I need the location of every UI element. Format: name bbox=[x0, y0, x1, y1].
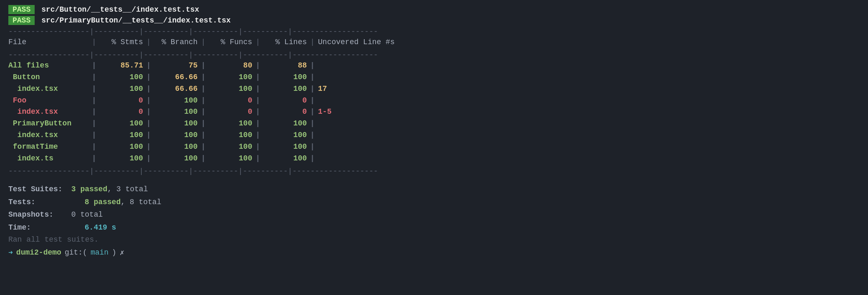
cell-uncovered bbox=[315, 130, 318, 141]
summary-section: Test Suites: 3 passed, 3 total Tests: 8 … bbox=[8, 183, 860, 244]
cell-stmts: 100 bbox=[96, 141, 146, 153]
cell-file: index.tsx bbox=[8, 130, 92, 141]
suites-passed: 3 passed bbox=[71, 185, 107, 193]
cell-branch: 66.66 bbox=[151, 72, 201, 83]
pass-line-1: PASS src/Button/__tests__/index.test.tsx bbox=[8, 5, 860, 14]
cell-stmts: 0 bbox=[96, 95, 146, 107]
cell-branch: 75 bbox=[151, 60, 201, 72]
sep4: | bbox=[255, 106, 260, 118]
sep1: | bbox=[92, 60, 96, 72]
sep1: | bbox=[92, 72, 96, 83]
pass-badge-1: PASS bbox=[8, 5, 35, 14]
header-funcs: % Funcs bbox=[205, 37, 255, 48]
cell-funcs: 100 bbox=[205, 83, 255, 95]
coverage-table: ------------------|----------|----------… bbox=[8, 28, 860, 175]
cell-file: Foo bbox=[8, 95, 92, 107]
sep4: | bbox=[255, 83, 260, 95]
cell-uncovered bbox=[315, 118, 318, 130]
table-row: index.ts | 100 | 100 | 100 | 100 | bbox=[8, 153, 860, 165]
sep5: | bbox=[310, 153, 315, 165]
cell-funcs: 100 bbox=[205, 130, 255, 141]
pass-line-2: PASS src/PrimaryButton/__tests__/index.t… bbox=[8, 16, 860, 25]
summary-tests: Tests: 8 passed, 8 total bbox=[8, 196, 860, 209]
table-row: PrimaryButton | 100 | 100 | 100 | 100 | bbox=[8, 118, 860, 130]
cell-lines: 0 bbox=[260, 106, 310, 118]
sep3: | bbox=[201, 72, 206, 83]
sep1: | bbox=[92, 130, 96, 141]
table-row: index.tsx | 0 | 100 | 0 | 0 | 1-5 bbox=[8, 106, 860, 118]
divider-header: ------------------|----------|----------… bbox=[8, 51, 860, 59]
sep2: | bbox=[146, 72, 151, 83]
cell-file: index.tsx bbox=[8, 106, 92, 118]
cell-file: formatTime bbox=[8, 141, 92, 153]
sep3: | bbox=[201, 153, 206, 165]
summary-time: Time: 6.419 s bbox=[8, 221, 860, 234]
cell-stmts: 100 bbox=[96, 153, 146, 165]
prompt-git-suffix: ) bbox=[112, 248, 116, 257]
prompt-arrow: ➜ bbox=[8, 248, 13, 257]
sep3: | bbox=[201, 83, 206, 95]
cell-uncovered bbox=[315, 60, 318, 72]
tests-total: , 8 total bbox=[121, 198, 161, 206]
sep4: | bbox=[255, 72, 260, 83]
prompt-branch: main bbox=[91, 248, 108, 257]
sep2: | bbox=[146, 153, 151, 165]
header-sep3: | bbox=[201, 37, 206, 48]
time-value: 6.419 s bbox=[85, 223, 116, 232]
summary-snapshots: Snapshots: 0 total bbox=[8, 208, 860, 221]
sep3: | bbox=[201, 95, 206, 107]
sep3: | bbox=[201, 60, 206, 72]
sep1: | bbox=[92, 153, 96, 165]
cell-branch: 100 bbox=[151, 153, 201, 165]
cell-uncovered bbox=[315, 153, 318, 165]
header-sep5: | bbox=[310, 37, 315, 48]
cell-file: index.ts bbox=[8, 153, 92, 165]
cell-funcs: 100 bbox=[205, 72, 255, 83]
time-label: Time: bbox=[8, 221, 67, 234]
sep3: | bbox=[201, 118, 206, 130]
cell-funcs: 0 bbox=[205, 106, 255, 118]
header-stmts: % Stmts bbox=[96, 37, 146, 48]
cell-file: index.tsx bbox=[8, 83, 92, 95]
sep2: | bbox=[146, 118, 151, 130]
prompt-git-prefix: git:( bbox=[65, 248, 87, 257]
snapshots-label: Snapshots: bbox=[8, 208, 67, 221]
sep2: | bbox=[146, 141, 151, 153]
cell-funcs: 100 bbox=[205, 141, 255, 153]
divider-top: ------------------|----------|----------… bbox=[8, 28, 860, 36]
header-lines: % Lines bbox=[260, 37, 310, 48]
pass-badge-2: PASS bbox=[8, 16, 35, 25]
sep2: | bbox=[146, 130, 151, 141]
sep5: | bbox=[310, 60, 315, 72]
cell-lines: 88 bbox=[260, 60, 310, 72]
table-rows-container: All files | 85.71 | 75 | 80 | 88 | Butto… bbox=[8, 60, 860, 165]
cell-branch: 100 bbox=[151, 95, 201, 107]
sep4: | bbox=[255, 95, 260, 107]
table-row: index.tsx | 100 | 100 | 100 | 100 | bbox=[8, 130, 860, 141]
cell-stmts: 85.71 bbox=[96, 60, 146, 72]
cell-funcs: 0 bbox=[205, 95, 255, 107]
pass-path-prefix-1: src/Button/__tests__/ bbox=[41, 5, 136, 14]
pass-path-2: src/PrimaryButton/__tests__/index.test.t… bbox=[41, 16, 231, 25]
sep2: | bbox=[146, 60, 151, 72]
cell-stmts: 100 bbox=[96, 83, 146, 95]
sep2: | bbox=[146, 95, 151, 107]
summary-suites: Test Suites: 3 passed, 3 total bbox=[8, 183, 860, 196]
pass-file-1: index.test.tsx bbox=[136, 5, 199, 14]
cell-stmts: 100 bbox=[96, 118, 146, 130]
cell-uncovered: 1-5 bbox=[315, 106, 331, 118]
prompt-dir: dumi2-demo bbox=[16, 248, 61, 257]
cell-lines: 100 bbox=[260, 130, 310, 141]
cell-lines: 100 bbox=[260, 83, 310, 95]
cell-lines: 100 bbox=[260, 118, 310, 130]
table-row: formatTime | 100 | 100 | 100 | 100 | bbox=[8, 141, 860, 153]
cell-branch: 66.66 bbox=[151, 83, 201, 95]
sep5: | bbox=[310, 130, 315, 141]
pass-path-prefix-2: src/PrimaryButton/__tests__/ bbox=[41, 16, 167, 25]
cell-stmts: 100 bbox=[96, 130, 146, 141]
cell-funcs: 100 bbox=[205, 153, 255, 165]
sep5: | bbox=[310, 118, 315, 130]
cell-funcs: 80 bbox=[205, 60, 255, 72]
prompt-line[interactable]: ➜ dumi2-demo git:(main) ✗ bbox=[8, 248, 860, 257]
cell-uncovered: 17 bbox=[315, 83, 327, 95]
